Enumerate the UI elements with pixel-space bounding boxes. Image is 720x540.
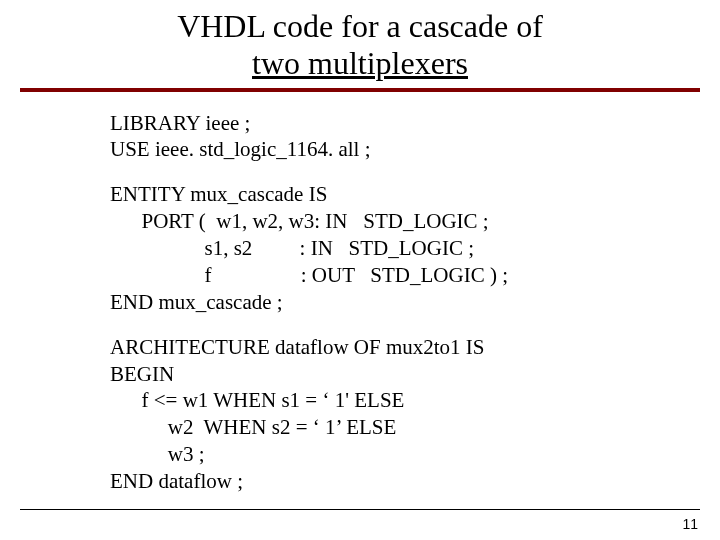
slide-title: VHDL code for a cascade of two multiplex… <box>0 0 720 82</box>
footer-divider <box>20 509 700 510</box>
code-block-architecture: ARCHITECTURE dataflow OF mux2to1 IS BEGI… <box>110 334 720 495</box>
code-body: LIBRARY ieee ; USE ieee. std_logic_1164.… <box>110 110 720 495</box>
page-number: 11 <box>682 516 698 532</box>
title-line-2: two multiplexers <box>252 45 468 81</box>
title-divider <box>20 88 700 92</box>
title-line-1: VHDL code for a cascade of <box>177 8 543 44</box>
code-block-library: LIBRARY ieee ; USE ieee. std_logic_1164.… <box>110 110 720 164</box>
code-block-entity: ENTITY mux_cascade IS PORT ( w1, w2, w3:… <box>110 181 720 315</box>
slide: VHDL code for a cascade of two multiplex… <box>0 0 720 540</box>
